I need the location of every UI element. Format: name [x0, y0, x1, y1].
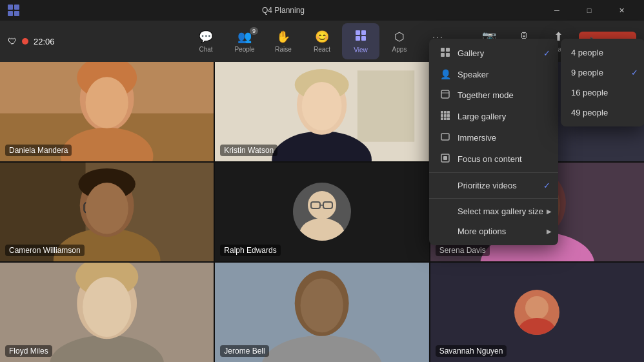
size-49-option[interactable]: 49 people: [561, 103, 644, 123]
minimize-button[interactable]: ─: [542, 0, 572, 21]
window-controls: ─ □ ✕: [542, 0, 636, 21]
focus-icon: [439, 154, 451, 165]
large-gallery-label: Large gallery: [458, 112, 506, 121]
svg-rect-52: [441, 48, 445, 52]
video-label-cameron: Cameron Williamson: [5, 245, 85, 256]
immersive-icon: [439, 132, 451, 143]
video-cell-savannah: Savannah Nguyen: [430, 263, 644, 362]
svg-point-50: [525, 296, 548, 319]
people-button[interactable]: 👥 People 9: [226, 23, 263, 59]
svg-point-13: [86, 77, 128, 128]
svg-rect-62: [444, 114, 447, 117]
prioritize-option[interactable]: Prioritize videos ✓: [429, 176, 558, 196]
people-badge: 9: [250, 27, 258, 35]
view-label: View: [354, 46, 368, 54]
size-16-option[interactable]: 16 people: [561, 83, 644, 103]
focus-option[interactable]: Focus on content: [429, 148, 558, 170]
size-9-option[interactable]: 9 people ✓: [561, 63, 644, 83]
video-label-serena: Serena Davis: [436, 245, 490, 256]
gallery-label: Gallery: [458, 48, 484, 58]
immersive-option[interactable]: Immersive: [429, 127, 558, 148]
chat-icon: 💬: [199, 30, 213, 44]
svg-rect-58: [441, 111, 443, 114]
video-cell-daniela: Daniela Mandera: [0, 62, 214, 161]
view-icon: [355, 30, 367, 45]
size-49-label: 49 people: [571, 108, 608, 117]
svg-rect-2: [8, 11, 13, 16]
size-4-label: 4 people: [571, 48, 603, 57]
speaker-option[interactable]: 👤 Speaker: [429, 64, 558, 85]
view-dropdown-menu: Gallery ✓ 👤 Speaker Together mode Large …: [429, 39, 558, 245]
apps-icon: ⬡: [394, 30, 405, 44]
video-label-jerome: Jerome Bell: [220, 345, 268, 357]
video-cell-kristin: Kristin Watson: [215, 62, 428, 161]
size-4-option[interactable]: 4 people: [561, 43, 644, 63]
maximize-button[interactable]: □: [574, 0, 604, 21]
video-label-kristin: Kristin Watson: [220, 145, 277, 156]
close-button[interactable]: ✕: [607, 0, 636, 21]
svg-rect-55: [446, 53, 450, 57]
video-cell-floyd: Floyd Miles: [0, 263, 214, 362]
people-label: People: [234, 46, 254, 53]
gallery-option[interactable]: Gallery ✓: [429, 43, 558, 64]
video-cell-jerome: Jerome Bell: [215, 263, 428, 362]
svg-rect-66: [447, 117, 450, 120]
svg-rect-61: [441, 114, 443, 117]
video-cell-ralph: Ralph Edwards: [215, 163, 428, 262]
view-button[interactable]: View: [342, 23, 379, 59]
call-timer: 22:06: [34, 37, 55, 46]
svg-rect-59: [444, 111, 447, 114]
video-label-floyd: Floyd Miles: [5, 345, 52, 357]
raise-icon: ✋: [276, 30, 290, 44]
gallery-size-submenu: 4 people 9 people ✓ 16 people 49 people: [561, 39, 644, 126]
svg-rect-6: [356, 36, 360, 41]
react-icon: 😊: [315, 30, 329, 44]
divider-1: [429, 172, 558, 173]
apps-button[interactable]: ⬡ Apps: [381, 23, 418, 59]
video-label-savannah: Savannah Nguyen: [436, 345, 507, 357]
gallery-size-arrow: ▶: [547, 208, 552, 215]
ralph-avatar: [293, 183, 351, 241]
more-options-arrow: ▶: [547, 228, 552, 235]
toolbar-left: 🛡 22:06: [8, 36, 55, 46]
svg-point-19: [302, 82, 342, 130]
large-gallery-option[interactable]: Large gallery: [429, 106, 558, 127]
divider-2: [429, 198, 558, 199]
more-options-option[interactable]: More options ▶: [429, 221, 558, 241]
raise-button[interactable]: ✋ Raise: [265, 23, 302, 59]
svg-point-30: [86, 183, 128, 234]
video-cell-cameron: Cameron Williamson: [0, 163, 214, 262]
more-options-label: More options: [458, 226, 506, 236]
gallery-icon: [439, 48, 451, 59]
svg-rect-53: [446, 48, 450, 52]
react-label: React: [314, 46, 330, 53]
together-label: Together mode: [458, 90, 514, 100]
svg-rect-7: [361, 36, 366, 41]
immersive-label: Immersive: [458, 133, 496, 143]
svg-point-49: [301, 279, 343, 333]
focus-label: Focus on content: [458, 154, 522, 164]
svg-rect-56: [441, 90, 449, 98]
video-label-ralph: Ralph Edwards: [220, 245, 280, 256]
svg-rect-63: [447, 114, 450, 117]
svg-rect-15: [357, 70, 414, 141]
large-gallery-icon: [439, 111, 451, 122]
react-button[interactable]: 😊 React: [303, 23, 341, 59]
video-label-daniela: Daniela Mandera: [5, 145, 72, 156]
prioritize-label: Prioritize videos: [458, 181, 517, 190]
chat-button[interactable]: 💬 Chat: [187, 23, 225, 59]
window-title: Q4 Planning: [25, 6, 542, 15]
recording-dot: [22, 38, 28, 45]
size-9-label: 9 people: [571, 68, 603, 77]
size-16-label: 16 people: [571, 88, 608, 97]
svg-rect-65: [444, 117, 447, 120]
svg-rect-4: [356, 30, 360, 35]
together-option[interactable]: Together mode: [429, 85, 558, 106]
app-icon: [8, 5, 19, 16]
shield-icon: 🛡: [8, 36, 17, 46]
gallery-check: ✓: [543, 48, 550, 58]
gallery-size-option[interactable]: Select max gallery size ▶: [429, 201, 558, 221]
prioritize-check: ✓: [543, 181, 550, 190]
svg-point-51: [519, 318, 555, 335]
apps-label: Apps: [392, 46, 407, 53]
